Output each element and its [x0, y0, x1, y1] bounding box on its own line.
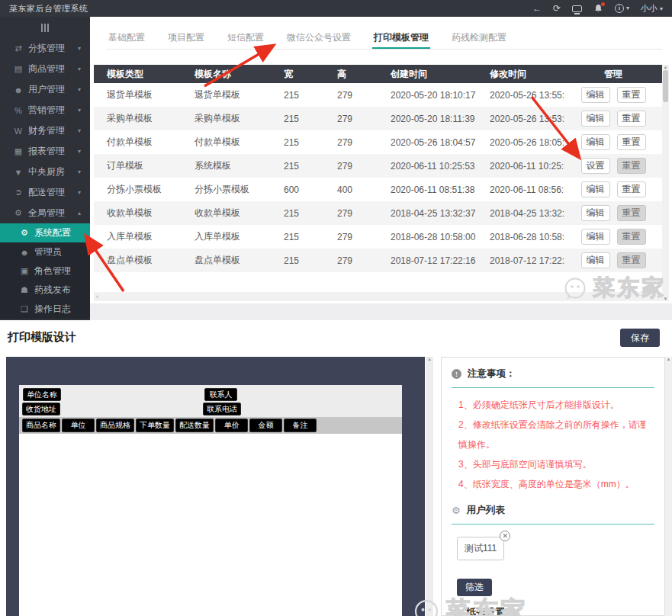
- edit-button[interactable]: 编辑: [581, 205, 610, 221]
- sidebar-item-label: 配送管理: [28, 186, 65, 199]
- sidebar-item-全局管理[interactable]: ⚙全局管理▴: [0, 203, 90, 223]
- table-row: 分拣小票模板分拣小票模板6004002020-06-11 08:51:38202…: [94, 178, 662, 201]
- close-icon[interactable]: ✕: [500, 531, 510, 541]
- print-template-designer: 打印模版设计 保存 单位名称联系人收货地址联系电话 商品名称单位商品规格下单数量…: [0, 320, 672, 616]
- paper-column-band: 商品名称单位商品规格下单数量配送数量单价金额备注: [19, 417, 402, 434]
- chevron-down-icon: ▾: [626, 5, 629, 11]
- chevron-down-icon: ▾: [660, 5, 663, 12]
- tab-微信公众号设置[interactable]: 微信公众号设置: [285, 27, 352, 49]
- chevron-up-icon: ▴: [78, 210, 81, 217]
- edit-button[interactable]: 编辑: [581, 252, 610, 268]
- reset-button[interactable]: 重置: [617, 158, 646, 174]
- field-chip-收货地址[interactable]: 收货地址: [22, 403, 60, 415]
- sidebar-item-管理员[interactable]: ☻管理员: [0, 242, 90, 261]
- reset-button[interactable]: 重置: [617, 134, 646, 150]
- reset-button[interactable]: 重置: [617, 111, 646, 127]
- user-name: 小小: [641, 3, 658, 14]
- sidebar: ⇄分拣管理▾▤商品管理▾☻用户管理▾%营销管理▾W财务管理▾▦报表管理▾▼中央厨…: [0, 17, 90, 320]
- sidebar-item-用户管理[interactable]: ☻用户管理▾: [0, 79, 90, 100]
- sidebar-item-药残发布[interactable]: ☗药残发布: [0, 281, 90, 300]
- sidebar-item-label: 分拣管理: [28, 42, 65, 55]
- sidebar-toggle-icon[interactable]: [0, 17, 90, 38]
- scrollbar-thumb[interactable]: [663, 70, 668, 102]
- sidebar-item-营销管理[interactable]: %营销管理▾: [0, 100, 90, 120]
- field-chip-联系电话[interactable]: 联系电话: [203, 403, 241, 415]
- cell: 退货单模板: [182, 88, 271, 101]
- tab-短信配置[interactable]: 短信配置: [226, 27, 265, 49]
- sidebar-item-分拣管理[interactable]: ⇄分拣管理▾: [0, 38, 90, 59]
- tab-打印模板管理[interactable]: 打印模板管理: [372, 27, 430, 49]
- sidebar-item-财务管理[interactable]: W财务管理▾: [0, 120, 90, 141]
- reset-button[interactable]: 重置: [617, 252, 646, 268]
- reset-button[interactable]: 重置: [617, 181, 646, 197]
- edit-button[interactable]: 编辑: [581, 87, 610, 103]
- settings-button[interactable]: 设置: [581, 158, 610, 174]
- sidebar-item-label: 管理员: [34, 245, 62, 258]
- edit-button[interactable]: 编辑: [581, 134, 610, 150]
- reset-button[interactable]: 重置: [617, 205, 646, 221]
- field-chip-单位名称[interactable]: 单位名称: [23, 388, 61, 401]
- paper-preview: 单位名称联系人收货地址联系电话 商品名称单位商品规格下单数量配送数量单价金额备注: [19, 385, 402, 616]
- canvas-scrollbar[interactable]: ▲: [426, 357, 433, 616]
- sidebar-item-商品管理[interactable]: ▤商品管理▾: [0, 59, 90, 79]
- table-vertical-scrollbar[interactable]: ▲▼: [662, 65, 669, 301]
- cell: 279: [324, 255, 378, 266]
- tab-基础配置[interactable]: 基础配置: [107, 27, 146, 49]
- edit-button[interactable]: 编辑: [581, 229, 610, 245]
- monitor-icon[interactable]: [572, 5, 582, 12]
- cell: 采购单模板: [94, 112, 182, 125]
- cell: 2020-05-26 18:05:08: [477, 137, 564, 148]
- table-row: 收款单模板收款单模板2152792018-04-25 13:32:372018-…: [94, 201, 662, 225]
- table-row: 订单模板系统模板2152792020-06-11 10:25:532020-06…: [94, 154, 662, 178]
- bell-icon[interactable]: [593, 4, 603, 14]
- sidebar-item-角色管理[interactable]: ▣角色管理: [0, 261, 90, 281]
- user-tag[interactable]: 测试111 ✕: [457, 537, 504, 560]
- column-chip-商品名称[interactable]: 商品名称: [22, 419, 60, 432]
- gear-icon: ⚙: [15, 228, 34, 238]
- cell: 采购单模板: [182, 112, 271, 125]
- column-chip-单位[interactable]: 单位: [62, 419, 95, 432]
- chevron-down-icon: ▾: [78, 189, 81, 196]
- row-actions: 设置重置: [564, 158, 662, 174]
- cell: 2020-05-26 13:53:24: [477, 114, 564, 124]
- chevron-down-icon: ▾: [78, 107, 81, 114]
- sidebar-item-配送管理[interactable]: ➲配送管理▾: [0, 182, 90, 203]
- edit-button[interactable]: 编辑: [581, 111, 610, 127]
- column-chip-金额[interactable]: 金额: [249, 419, 282, 432]
- sidebar-item-操作日志[interactable]: ❏操作日志: [0, 300, 90, 319]
- column-chip-下单数量[interactable]: 下单数量: [136, 419, 174, 432]
- sidebar-item-系统配置[interactable]: ⚙系统配置: [0, 223, 90, 242]
- filter-button[interactable]: 筛选: [457, 579, 492, 596]
- table-horizontal-scrollbar[interactable]: ‹›: [94, 292, 662, 301]
- chevron-down-icon: ▾: [78, 45, 81, 52]
- refresh-icon[interactable]: ⟳: [553, 4, 561, 13]
- reset-button[interactable]: 重置: [617, 87, 646, 103]
- notification-dot: [601, 2, 605, 6]
- column-chip-单价[interactable]: 单价: [215, 419, 248, 432]
- field-chip-联系人[interactable]: 联系人: [204, 388, 237, 401]
- tab-药残检测配置[interactable]: 药残检测配置: [450, 27, 508, 49]
- back-icon[interactable]: ←: [532, 4, 542, 13]
- column-header: 模板名称: [182, 68, 271, 81]
- edit-button[interactable]: 编辑: [581, 181, 610, 197]
- cell: 279: [324, 114, 378, 124]
- info-menu[interactable]: i▾: [615, 4, 629, 13]
- column-chip-备注[interactable]: 备注: [284, 419, 317, 432]
- user-menu[interactable]: 小小 ▾: [641, 3, 663, 14]
- table-row: 退货单模板退货单模板2152792020-05-20 18:10:172020-…: [94, 83, 662, 107]
- chevron-down-icon: ▾: [78, 127, 81, 134]
- cell: 2020-05-20 18:11:39: [378, 114, 477, 124]
- gear-icon: ⚙: [452, 607, 461, 616]
- sidebar-item-报表管理[interactable]: ▦报表管理▾: [0, 141, 90, 162]
- panel-scrollbar[interactable]: ▲: [665, 357, 672, 616]
- design-canvas[interactable]: 单位名称联系人收货地址联系电话 商品名称单位商品规格下单数量配送数量单价金额备注: [6, 357, 425, 616]
- save-button[interactable]: 保存: [620, 329, 660, 347]
- tab-项目配置[interactable]: 项目配置: [166, 27, 206, 49]
- column-chip-商品规格[interactable]: 商品规格: [96, 419, 134, 432]
- reset-button[interactable]: 重置: [617, 229, 646, 245]
- user-list-section-header: ⚙ 用户列表: [452, 504, 654, 517]
- table-row: 付款单模板付款单模板2152792020-05-26 18:04:572020-…: [94, 130, 662, 154]
- sidebar-item-中央厨房[interactable]: ▼中央厨房▾: [0, 162, 90, 182]
- column-chip-配送数量[interactable]: 配送数量: [175, 419, 214, 432]
- chevron-down-icon: ▾: [78, 148, 81, 155]
